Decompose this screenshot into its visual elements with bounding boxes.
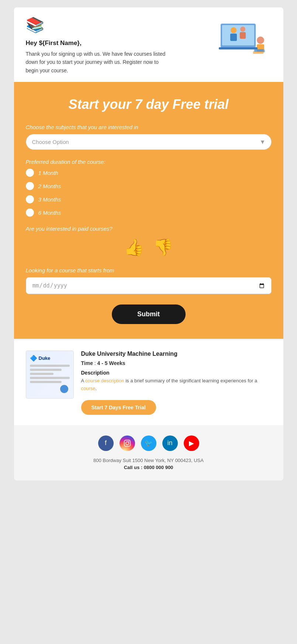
svg-rect-10 xyxy=(253,51,263,54)
course-line-3 xyxy=(30,373,54,375)
body-text: Thank you for signing up with us. We hav… xyxy=(26,50,166,75)
radio-circle-4 xyxy=(26,209,34,217)
radio-label-6-months: 6 Months xyxy=(38,210,61,216)
highlight-course-2: course xyxy=(81,386,96,391)
footer-address: 800 Bordway Suit 1500 New York, NY 00042… xyxy=(26,458,272,463)
duke-logo-icon: 🔷 xyxy=(30,355,37,362)
duration-radio-group: 1 Month 2 Months 3 Months 6 Months xyxy=(26,169,272,217)
course-desc-label: Description xyxy=(81,370,272,376)
time-label: Time xyxy=(81,360,93,366)
date-input[interactable] xyxy=(26,277,272,294)
course-line-2 xyxy=(30,369,62,371)
course-thumb-content: 🔷 Duke xyxy=(26,351,73,398)
svg-point-13 xyxy=(125,442,128,445)
svg-rect-11 xyxy=(255,49,263,52)
svg-rect-12 xyxy=(124,440,130,446)
logo-icon: 📚 xyxy=(26,16,213,34)
course-title: Duke University Machine Learning xyxy=(81,351,272,357)
radio-label-1-month: 1 Month xyxy=(38,170,58,176)
footer-section: f 🐦 in ▶ 800 Bordway Suit 1500 New York,… xyxy=(14,425,283,481)
radio-circle-2 xyxy=(26,182,34,190)
header-image xyxy=(213,16,272,57)
duke-label: Duke xyxy=(39,355,51,361)
svg-point-4 xyxy=(240,27,245,32)
course-lines xyxy=(30,365,70,385)
start-trial-button[interactable]: Start 7 Days Free Trial xyxy=(81,400,156,415)
greeting-text: Hey ${First Name}, xyxy=(26,39,213,47)
radio-1-month[interactable]: 1 Month xyxy=(26,169,272,177)
radio-circle-3 xyxy=(26,195,34,203)
course-time: Time : 4 - 5 Weeks xyxy=(81,360,272,366)
svg-point-2 xyxy=(231,27,236,33)
linkedin-icon[interactable]: in xyxy=(162,435,178,451)
social-icons: f 🐦 in ▶ xyxy=(26,435,272,451)
subjects-select[interactable]: Choose Option Mathematics Science Machin… xyxy=(26,134,272,150)
radio-circle-1 xyxy=(26,169,34,177)
subjects-label: Choose the subjects that you are interes… xyxy=(26,124,272,130)
orange-section: Start your 7 day Free trial Choose the s… xyxy=(14,82,283,339)
course-line-4 xyxy=(30,377,70,379)
header-illustration xyxy=(213,16,270,57)
radio-6-months[interactable]: 6 Months xyxy=(26,209,272,217)
time-value: 4 - 5 Weeks xyxy=(97,360,125,366)
header-section: 📚 Hey ${First Name}, Thank you for signi… xyxy=(14,7,283,82)
thumbs-up-icon[interactable]: 👍 xyxy=(124,238,144,257)
date-label: Looking for a course that starts from xyxy=(26,267,272,273)
paid-question-label: Are you interested in paid courses? xyxy=(26,225,272,232)
highlight-course: course description xyxy=(85,378,124,383)
course-circle xyxy=(60,385,68,393)
radio-label-2-months: 2 Months xyxy=(38,183,61,189)
twitter-icon[interactable]: 🐦 xyxy=(141,435,156,451)
svg-rect-9 xyxy=(219,47,258,49)
email-container: 📚 Hey ${First Name}, Thank you for signi… xyxy=(14,7,283,481)
youtube-icon[interactable]: ▶ xyxy=(184,435,199,451)
course-description: A course description is a brief summary … xyxy=(81,377,272,393)
duration-label: Preferred duration of the course: xyxy=(26,159,272,165)
footer-phone: Call us : 0800 000 900 xyxy=(26,465,272,470)
course-info: Duke University Machine Learning Time : … xyxy=(81,351,272,415)
svg-rect-3 xyxy=(230,34,237,41)
submit-button[interactable]: Submit xyxy=(112,304,186,324)
course-thumbnail: 🔷 Duke xyxy=(26,351,74,399)
svg-point-6 xyxy=(257,37,264,44)
svg-rect-1 xyxy=(222,25,254,45)
thumbs-down-icon[interactable]: 👎 xyxy=(153,238,173,257)
course-line-5 xyxy=(30,381,62,383)
radio-3-months[interactable]: 3 Months xyxy=(26,195,272,203)
thumbs-row: 👍 👎 xyxy=(26,238,272,257)
radio-label-3-months: 3 Months xyxy=(38,196,61,203)
svg-rect-5 xyxy=(240,32,246,39)
facebook-icon[interactable]: f xyxy=(98,435,114,451)
course-card: 🔷 Duke Duke University Machine Learning xyxy=(26,351,272,415)
radio-2-months[interactable]: 2 Months xyxy=(26,182,272,190)
header-left: 📚 Hey ${First Name}, Thank you for signi… xyxy=(26,16,213,75)
svg-point-14 xyxy=(128,441,129,442)
call-label: Call us : xyxy=(124,465,143,470)
instagram-icon[interactable] xyxy=(120,435,135,451)
phone-number: 0800 000 900 xyxy=(144,465,173,470)
course-line-1 xyxy=(30,365,70,367)
select-wrapper: Choose Option Mathematics Science Machin… xyxy=(26,134,272,150)
course-section: 🔷 Duke Duke University Machine Learning xyxy=(14,340,283,425)
free-trial-title: Start your 7 day Free trial xyxy=(26,97,272,112)
duke-logo: 🔷 Duke xyxy=(30,355,51,362)
